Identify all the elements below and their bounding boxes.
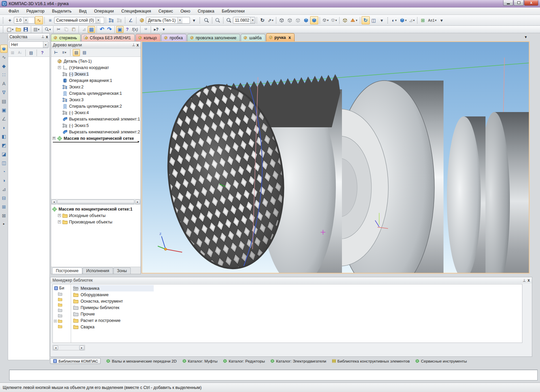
parameterization-icon[interactable]: [127, 16, 135, 24]
strip-expander-icon[interactable]: ▸: [3, 222, 5, 225]
sketch-mode-icon[interactable]: [107, 16, 115, 24]
library-item[interactable]: Сварка: [72, 324, 522, 330]
edit-sketch-icon[interactable]: [115, 16, 124, 24]
measure-icon[interactable]: [419, 16, 427, 24]
menu-specification[interactable]: Спецификация: [117, 8, 155, 15]
points-array-icon[interactable]: ∷: [0, 70, 7, 79]
library-folder-node[interactable]: +: [54, 318, 71, 324]
filter-icon[interactable]: ∇: [0, 88, 7, 97]
menu-service[interactable]: Сервис: [155, 8, 177, 15]
close-button[interactable]: x: [524, 0, 538, 6]
scroll-right-icon[interactable]: ▸: [79, 346, 84, 350]
scroll-left-icon[interactable]: ◂: [53, 346, 58, 350]
hidden-lines-mode-icon[interactable]: [286, 16, 294, 24]
tree-item[interactable]: Вырезать кинематический элемент:1: [57, 116, 140, 122]
pin-icon[interactable]: ⊥: [523, 278, 526, 283]
expand-icon[interactable]: +: [52, 137, 56, 140]
annotation-icon[interactable]: A: [0, 79, 7, 88]
tab-close-icon[interactable]: x: [288, 35, 291, 40]
library-item[interactable]: Оснастка, инструмент: [72, 298, 522, 304]
tree-item[interactable]: (-) Эскиз:5: [57, 122, 140, 129]
stamp-icon[interactable]: ▾: [408, 16, 416, 24]
loft-feature-icon[interactable]: ◫: [0, 158, 7, 167]
quick-planes-icon[interactable]: ▾: [349, 16, 359, 24]
menu-editor[interactable]: Редактор: [23, 8, 48, 15]
auxiliary-geometry-icon[interactable]: ◆: [0, 62, 7, 70]
shaded-mode-icon[interactable]: [302, 16, 310, 24]
rotate-view-icon[interactable]: [258, 16, 266, 24]
minimize-button[interactable]: [503, 0, 513, 6]
menu-window[interactable]: Окно: [177, 8, 194, 15]
edit-part-icon[interactable]: [0, 45, 7, 53]
library-folder-node[interactable]: [54, 291, 71, 297]
library-tab[interactable]: Каталог: Редукторы: [223, 359, 265, 363]
expand-icon[interactable]: +: [58, 214, 61, 217]
scroll-right-icon[interactable]: ▸: [135, 200, 140, 204]
library-folder-node[interactable]: [54, 307, 71, 313]
viewport-3d[interactable]: Z: [142, 41, 530, 274]
menu-libraries[interactable]: Библиотеки: [218, 8, 249, 15]
rollback-bar[interactable]: [53, 142, 139, 144]
tree-item-current[interactable]: +Массив по концентрической сетке: [52, 135, 140, 141]
hatch-style-icon[interactable]: ▾: [390, 16, 398, 24]
doc-tab[interactable]: пробка: [161, 34, 187, 41]
tree-new-view-icon[interactable]: [81, 49, 88, 56]
restore-button[interactable]: [514, 0, 524, 6]
menu-file[interactable]: Файл: [5, 8, 23, 15]
tab-versions[interactable]: Исполнения: [83, 267, 113, 274]
solid-body-icon[interactable]: ▾: [398, 16, 408, 24]
doc-tab[interactable]: кольцо: [135, 34, 160, 41]
variables-window-icon[interactable]: [116, 26, 124, 33]
zoom-in-icon[interactable]: [202, 16, 211, 24]
zoom-value-combo[interactable]: 11.0802▾: [233, 17, 255, 24]
tree-structure-icon[interactable]: [52, 49, 60, 56]
snap-settings-icon[interactable]: [6, 16, 14, 24]
library-tab[interactable]: Каталог: Электродвигатели: [270, 359, 326, 363]
library-item[interactable]: Примеры библиотек: [72, 304, 522, 311]
shaded-edges-mode-icon[interactable]: [310, 16, 318, 24]
toolbar-overflow-icon[interactable]: ▾: [437, 16, 446, 24]
doc-tab[interactable]: Сборка БЕЗ ИМЕНИ1: [81, 34, 134, 41]
current-part-combo[interactable]: Деталь (Тел-1)▾: [146, 17, 190, 24]
scroll-left-icon[interactable]: ◂: [51, 200, 57, 204]
orientation-icon[interactable]: ▾: [266, 16, 275, 24]
zoom-scale-icon[interactable]: [225, 16, 233, 24]
layers-icon[interactable]: [46, 16, 54, 24]
expand-icon[interactable]: +: [58, 66, 61, 69]
doc-tab[interactable]: стержень: [51, 34, 81, 41]
doc-tab[interactable]: проволка заполнение: [187, 34, 240, 41]
close-icon[interactable]: x: [46, 35, 48, 39]
menu-select[interactable]: Выделить: [48, 8, 75, 15]
tree-doc-view-icon[interactable]: [73, 49, 80, 56]
copy-icon[interactable]: [62, 26, 70, 33]
toolbar-overflow-icon[interactable]: ▾: [160, 26, 167, 33]
new-document-icon[interactable]: ▾: [6, 26, 15, 33]
doc-tab[interactable]: шайба: [241, 34, 265, 41]
selected-feature-row[interactable]: Массив по концентрической сетке:1: [52, 206, 140, 212]
library-folder-node[interactable]: [54, 297, 71, 302]
hidden-thin-mode-icon[interactable]: [294, 16, 302, 24]
tree-item[interactable]: Операция вращения:1: [57, 77, 140, 84]
shell-icon[interactable]: ◑: [0, 176, 7, 185]
scroll-thumb[interactable]: [57, 200, 134, 204]
tree-item[interactable]: +Исходные объекты: [57, 212, 140, 219]
close-icon[interactable]: x: [527, 278, 530, 283]
print-icon[interactable]: ▾: [33, 26, 41, 33]
doc-tab-active[interactable]: ручкаx: [266, 33, 295, 41]
open-icon[interactable]: [15, 26, 22, 33]
dimensions-cube-icon[interactable]: [341, 16, 349, 24]
orbit-icon[interactable]: [362, 16, 370, 24]
tree-item[interactable]: +(т)Начало координат: [57, 64, 140, 71]
spline-surfaces-icon[interactable]: ∿: [0, 53, 7, 62]
pin-icon[interactable]: ⊥: [132, 43, 135, 47]
tab-construction[interactable]: Построение: [52, 267, 82, 274]
menu-operations[interactable]: Операции: [90, 8, 117, 15]
hole-icon[interactable]: ⊟: [0, 194, 7, 202]
title-bar[interactable]: КОМПАС-3D V16.1 x64 - ручка x: [0, 0, 540, 7]
library-folder-node[interactable]: [54, 302, 71, 307]
draft-icon[interactable]: ⊠: [0, 211, 7, 220]
menu-help[interactable]: Справка: [194, 8, 218, 15]
group-props-icon[interactable]: [9, 49, 16, 56]
context-help-icon[interactable]: [152, 26, 160, 33]
library-tree-scrollbar[interactable]: ◂ ▸: [52, 345, 85, 350]
